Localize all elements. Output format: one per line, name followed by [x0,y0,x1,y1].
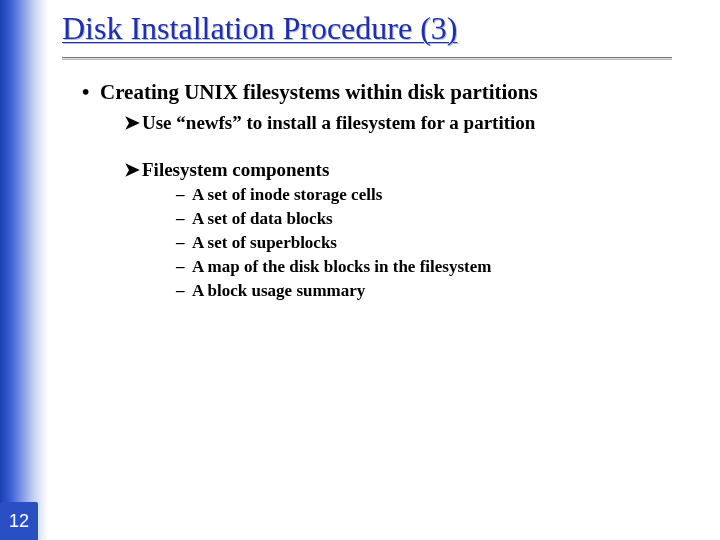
l1-text: Creating UNIX filesystems within disk pa… [100,80,538,104]
arrow-icon: ➤ [124,158,142,181]
l3-text: A block usage summary [192,281,365,300]
l2-cmd: newfs [186,112,232,133]
dash-icon: – [176,281,192,301]
sidebar-org-text: Computer Center, CS, NCTU [0,8,6,264]
bullet-level3: –A block usage summary [176,281,708,301]
bullet-level2: ➤Filesystem components [124,158,708,181]
close-quote: ” [232,112,242,133]
arrow-icon: ➤ [124,111,142,134]
l2-text-pre: Use [142,112,176,133]
sidebar-gradient: Computer Center, CS, NCTU 12 [0,0,48,540]
dash-icon: – [176,185,192,205]
bullet-level3: –A set of superblocks [176,233,708,253]
l3-text: A set of data blocks [192,209,333,228]
body-list: •Creating UNIX filesystems within disk p… [82,80,708,301]
bullet-level1: •Creating UNIX filesystems within disk p… [82,80,708,105]
disc-bullet-icon: • [82,80,100,105]
bullet-level3: –A set of data blocks [176,209,708,229]
page-number-badge: 12 [0,502,38,540]
page-title: Disk Installation Procedure (3) [62,10,708,47]
l3-text: A set of superblocks [192,233,337,252]
content-area: Disk Installation Procedure (3) •Creatin… [62,0,708,540]
dash-icon: – [176,233,192,253]
dash-icon: – [176,257,192,277]
spacer [82,134,708,152]
open-quote: “ [176,112,186,133]
slide-root: Computer Center, CS, NCTU 12 Disk Instal… [0,0,720,540]
dash-icon: – [176,209,192,229]
page-number: 12 [9,511,29,532]
bullet-level3: –A map of the disk blocks in the filesys… [176,257,708,277]
bullet-level3: –A set of inode storage cells [176,185,708,205]
sidebar-text-wrap: Computer Center, CS, NCTU [0,0,40,320]
l3-text: A set of inode storage cells [192,185,382,204]
l2-text-post: to install a filesystem for a partition [242,112,536,133]
title-underline-rule [62,57,672,60]
l3-text: A map of the disk blocks in the filesyst… [192,257,491,276]
bullet-level2: ➤Use “newfs” to install a filesystem for… [124,111,708,134]
l2-text: Filesystem components [142,159,329,180]
